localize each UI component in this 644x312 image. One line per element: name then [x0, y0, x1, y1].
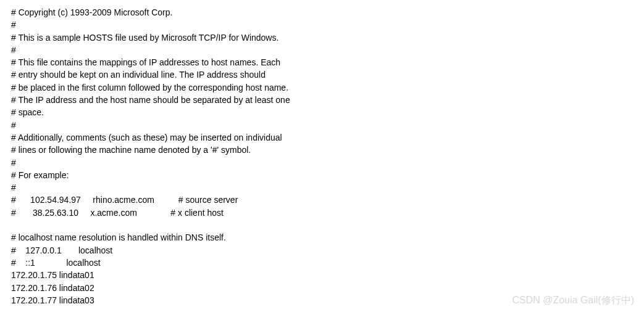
file-line: 172.20.1.76 lindata02: [11, 282, 633, 294]
file-line: #: [11, 181, 633, 194]
file-line: # For example:: [11, 169, 633, 181]
file-line: # space.: [11, 106, 633, 118]
file-line: #: [11, 44, 633, 56]
file-line: [11, 219, 633, 231]
file-line: # be placed in the first column followed…: [11, 81, 633, 94]
file-line: # This is a sample HOSTS file used by Mi…: [11, 31, 633, 44]
file-line: 172.20.1.77 lindata03: [11, 294, 633, 306]
file-line: # 38.25.63.10 x.acme.com # x client host: [11, 207, 633, 219]
file-line: 172.20.1.75 lindata01: [11, 269, 633, 281]
file-line: # lines or following the machine name de…: [11, 144, 633, 156]
file-line: #: [11, 119, 633, 131]
file-line: # The IP address and the host name shoul…: [11, 94, 633, 106]
file-line: # ::1 localhost: [11, 257, 633, 269]
file-line: # 127.0.0.1 localhost: [11, 244, 633, 257]
file-line: # localhost name resolution is handled w…: [11, 231, 633, 244]
file-line: # 102.54.94.97 rhino.acme.com # source s…: [11, 194, 633, 206]
file-line: # Copyright (c) 1993-2009 Microsoft Corp…: [11, 6, 633, 18]
hosts-file-content: # Copyright (c) 1993-2009 Microsoft Corp…: [11, 6, 633, 306]
file-line: #: [11, 157, 633, 169]
file-line: #: [11, 18, 633, 31]
file-line: # Additionally, comments (such as these)…: [11, 131, 633, 144]
file-line: # entry should be kept on an individual …: [11, 68, 633, 81]
file-line: # This file contains the mappings of IP …: [11, 56, 633, 68]
